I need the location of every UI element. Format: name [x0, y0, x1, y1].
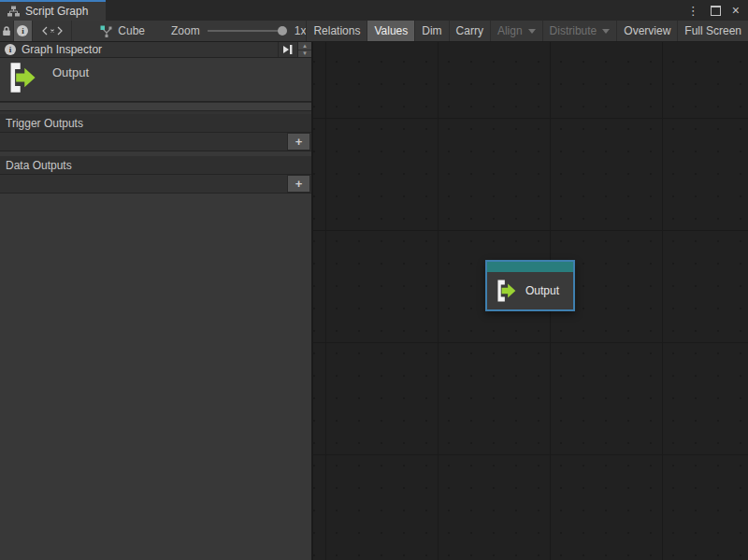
relations-button[interactable]: Relations	[306, 21, 367, 41]
tab-title: Script Graph	[25, 5, 88, 18]
inspector-empty-area	[0, 194, 311, 560]
zoom-control: Zoom 1x	[171, 21, 306, 41]
data-outputs-list: +	[0, 175, 311, 194]
lock-icon	[2, 25, 11, 36]
align-dropdown-button[interactable]: Align	[490, 21, 542, 41]
add-data-output-button[interactable]: +	[287, 175, 310, 193]
data-outputs-header: Data Outputs	[0, 156, 311, 175]
script-graph-icon	[7, 6, 20, 18]
trigger-outputs-list: +	[0, 133, 311, 151]
graph-inspector-title-area: i Graph Inspector	[0, 42, 279, 57]
tab-script-graph[interactable]: Script Graph	[0, 0, 106, 21]
code-view-button[interactable]	[33, 21, 72, 41]
stepper-down-icon[interactable]: ▼	[298, 50, 311, 58]
output-node-title: Output	[525, 284, 559, 297]
output-node[interactable]: Output	[485, 260, 575, 311]
inspector-toggle-button[interactable]: i	[14, 21, 33, 41]
dim-button[interactable]: Dim	[414, 21, 448, 41]
graph-asset-icon	[100, 25, 112, 37]
unit-preview: Output	[0, 58, 311, 102]
window-controls: ⋮ ×	[687, 0, 748, 21]
graph-inspector-title: Graph Inspector	[22, 43, 102, 56]
distribute-dropdown-button[interactable]: Distribute	[542, 21, 617, 41]
panel-stepper: ▲ ▼	[298, 42, 311, 57]
output-node-body: Output	[487, 272, 573, 309]
maximize-icon[interactable]	[711, 6, 721, 16]
values-button[interactable]: Values	[367, 21, 414, 41]
lock-button[interactable]	[0, 21, 14, 41]
toolbar-toggles: Relations Values Dim Carry Align Distrib…	[306, 21, 748, 41]
carry-button[interactable]: Carry	[449, 21, 490, 41]
unit-preview-title: Output	[52, 65, 89, 79]
graph-canvas[interactable]: Output	[313, 42, 748, 560]
script-graph-window: Script Graph ⋮ × i	[0, 0, 748, 560]
dock-right-icon	[282, 44, 294, 55]
output-node-header[interactable]	[487, 262, 573, 272]
code-icon	[42, 26, 63, 36]
panel-splitter[interactable]	[0, 102, 311, 111]
graph-item-label: Cube	[118, 24, 145, 37]
graph-toolbar: i Cube Zoom	[0, 21, 748, 42]
graph-inspector-header: i Graph Inspector ▲ ▼	[0, 42, 311, 58]
add-trigger-output-button[interactable]: +	[287, 133, 310, 151]
zoom-slider-handle[interactable]	[278, 26, 287, 36]
trigger-outputs-header: Trigger Outputs	[0, 114, 311, 133]
zoom-value: 1x	[295, 24, 307, 37]
output-unit-icon	[7, 62, 37, 93]
output-unit-icon	[496, 279, 517, 303]
zoom-label: Zoom	[171, 24, 200, 37]
dock-panel-button[interactable]	[279, 42, 298, 57]
dropdown-caret-icon	[528, 29, 536, 34]
zoom-slider[interactable]	[208, 30, 286, 32]
graph-inspector-panel: i Graph Inspector ▲ ▼	[0, 42, 313, 560]
info-icon: i	[17, 25, 28, 36]
info-icon: i	[5, 44, 16, 55]
window-menu-icon[interactable]: ⋮	[687, 5, 699, 17]
close-icon[interactable]: ×	[732, 4, 740, 17]
full-screen-button[interactable]: Full Screen	[677, 21, 748, 41]
graph-breadcrumb[interactable]: Cube	[100, 21, 145, 41]
tab-bar: Script Graph ⋮ ×	[0, 0, 748, 21]
overview-button[interactable]: Overview	[616, 21, 677, 41]
stepper-up-icon[interactable]: ▲	[298, 42, 311, 50]
dropdown-caret-icon	[602, 29, 610, 34]
main-area: i Graph Inspector ▲ ▼	[0, 42, 748, 560]
